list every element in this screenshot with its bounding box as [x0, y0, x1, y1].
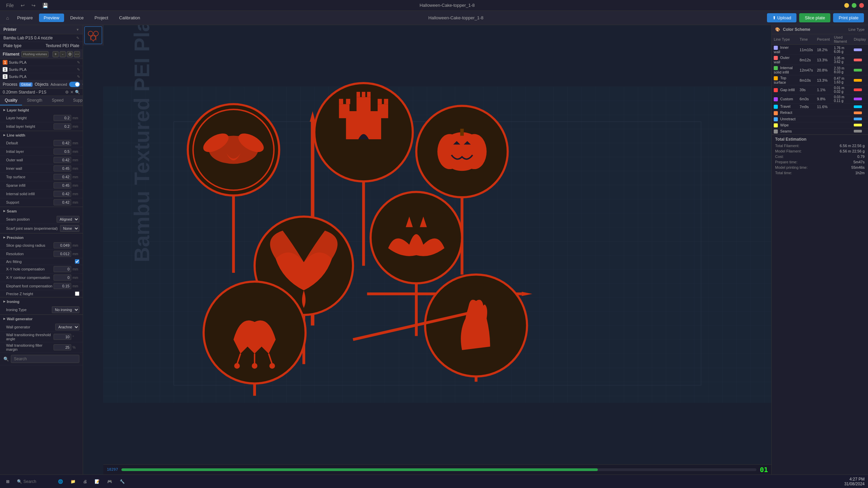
- default-row: Default mm: [0, 139, 83, 147]
- profile-close-icon[interactable]: ✕: [70, 90, 74, 95]
- print-button[interactable]: Print plate: [833, 13, 864, 22]
- ironing-group-header[interactable]: ▸ Ironing: [0, 297, 83, 305]
- wall-generator-select[interactable]: Arachne: [55, 324, 79, 330]
- support-input[interactable]: [54, 199, 71, 205]
- filament-edit-3[interactable]: ✎: [77, 75, 80, 79]
- minimize-button[interactable]: [844, 3, 849, 8]
- internal-solid-infill-input[interactable]: [54, 191, 71, 197]
- filament-options-button[interactable]: ⋯: [74, 51, 80, 57]
- tab-speed[interactable]: Speed: [47, 96, 68, 105]
- flush-volumes-button[interactable]: Flushing volumes: [21, 51, 48, 57]
- home-icon[interactable]: ⌂: [4, 15, 11, 21]
- printer-section-header[interactable]: Printer ▼: [0, 25, 83, 34]
- precise-z-checkbox[interactable]: [75, 291, 79, 296]
- window-title: Halloween-Cake-topper_1-8: [419, 3, 475, 8]
- cs-time-6: 7m9s: [797, 104, 815, 110]
- notes-icon[interactable]: 📝: [92, 478, 102, 485]
- color-scheme-row-1: Outer wall 8m12s 13.3% 1.05 m 3.62 g: [772, 55, 868, 65]
- tab-quality[interactable]: Quality: [0, 96, 22, 105]
- app-icon-5[interactable]: 🎮: [104, 478, 115, 485]
- outer-wall-input[interactable]: [54, 157, 71, 163]
- save-icon[interactable]: 💾: [40, 2, 50, 9]
- sparse-infill-input[interactable]: [54, 182, 71, 188]
- search-input[interactable]: [11, 355, 79, 363]
- inner-wall-row: Inner wall mm: [0, 164, 83, 173]
- profile-search-icon[interactable]: 🔍: [75, 90, 80, 95]
- viewport[interactable]: Bambu Textured PEI Plate: [103, 25, 771, 464]
- edge-browser-icon[interactable]: 🌐: [55, 478, 66, 485]
- cost-row: Cost: 0.79: [775, 154, 865, 159]
- file-menu[interactable]: File: [4, 2, 16, 9]
- profile-settings-icon[interactable]: ⚙: [65, 90, 69, 95]
- top-surface-input[interactable]: [54, 174, 71, 180]
- layer-height-group-header[interactable]: ▸ Layer height: [0, 106, 83, 114]
- svg-rect-25: [362, 92, 365, 97]
- start-button[interactable]: ⊞: [3, 478, 12, 485]
- plate-thumbnail-1[interactable]: [84, 26, 102, 44]
- global-badge[interactable]: Global: [19, 82, 33, 87]
- inner-wall-input[interactable]: [54, 165, 71, 171]
- redo-icon[interactable]: ↪: [29, 2, 38, 9]
- project-button[interactable]: Project: [90, 14, 113, 22]
- line-width-group-header[interactable]: ▸ Line width: [0, 131, 83, 139]
- wall-generator-group-header[interactable]: ▸ Wall generator: [0, 314, 83, 323]
- layer-height-input[interactable]: [54, 115, 71, 121]
- close-button[interactable]: [859, 3, 864, 8]
- bambu-studio-taskbar[interactable]: 🖨: [80, 478, 90, 485]
- undo-icon[interactable]: ↩: [19, 2, 27, 9]
- precision-group-header[interactable]: ▸ Precision: [0, 233, 83, 241]
- filament-edit-2[interactable]: ✎: [77, 67, 80, 72]
- svg-rect-28: [384, 99, 388, 104]
- upload-button[interactable]: ⬆ Upload: [767, 13, 797, 22]
- resolution-input[interactable]: [54, 251, 71, 257]
- slice-button[interactable]: Slice plate: [799, 13, 830, 22]
- search-taskbar[interactable]: 🔍: [14, 478, 53, 485]
- wall-filter-input[interactable]: [54, 344, 71, 350]
- scarf-joint-select[interactable]: None: [60, 225, 79, 232]
- preview-button[interactable]: Preview: [39, 14, 64, 22]
- cs-display-5: [852, 95, 868, 104]
- calibration-button[interactable]: Calibration: [114, 14, 145, 22]
- cs-time-4: 39s: [797, 85, 815, 95]
- initial-layer-height-input[interactable]: [54, 123, 71, 129]
- seam-position-select[interactable]: Aligned: [57, 216, 79, 223]
- precision-group-label: Precision: [7, 236, 24, 240]
- color-scheme-row-7: Retract: [772, 110, 868, 116]
- maximize-button[interactable]: [852, 3, 856, 8]
- xy-contour-input[interactable]: [54, 274, 71, 281]
- tab-support[interactable]: Support: [68, 96, 83, 105]
- seam-group-header[interactable]: ▸ Seam: [0, 207, 83, 215]
- filament-settings-button[interactable]: ⚙: [67, 51, 73, 57]
- initial-layer-line-input[interactable]: [54, 148, 71, 155]
- device-button[interactable]: Device: [65, 14, 88, 22]
- prepare-button[interactable]: Prepare: [12, 14, 37, 22]
- filament-row-2: 1 Sunlu PLA ✎: [0, 66, 83, 73]
- wall-threshold-input[interactable]: [54, 334, 71, 340]
- svg-rect-21: [378, 104, 388, 118]
- search-taskbar-icon: 🔍: [17, 479, 22, 484]
- add-filament-button[interactable]: +: [53, 51, 59, 57]
- start-icon: ⊞: [6, 479, 9, 484]
- wall-generator-group-label: Wall generator: [7, 317, 33, 321]
- cs-label-10: Seams: [772, 128, 797, 134]
- printer-edit-icon[interactable]: ✎: [76, 36, 79, 40]
- file-explorer-icon[interactable]: 📁: [68, 478, 78, 485]
- cs-dot-3: [774, 76, 778, 80]
- arc-fitting-checkbox[interactable]: [75, 259, 79, 264]
- tab-strength[interactable]: Strength: [22, 96, 47, 105]
- elephant-foot-input[interactable]: [54, 283, 71, 289]
- color-scheme-row-6: Travel 7m9s 11.6%: [772, 104, 868, 110]
- filament-edit-1[interactable]: ✎: [77, 60, 80, 65]
- total-filament-value: 6.56 m 22.56 g: [840, 144, 865, 148]
- default-input[interactable]: [54, 140, 71, 146]
- cs-display-4: [852, 85, 868, 95]
- ironing-type-select[interactable]: No ironing: [52, 306, 79, 313]
- advanced-toggle[interactable]: [69, 82, 80, 87]
- cs-percent-0: 18.2%: [815, 45, 832, 55]
- remove-filament-button[interactable]: -: [60, 51, 66, 57]
- wall-filter-label: Wall transitioning filter margin: [6, 343, 54, 351]
- taskbar-search-input[interactable]: [23, 479, 51, 484]
- slice-gap-input[interactable]: [54, 242, 71, 248]
- xy-hole-input[interactable]: [54, 266, 71, 272]
- app-icon-6[interactable]: 🔧: [117, 478, 127, 485]
